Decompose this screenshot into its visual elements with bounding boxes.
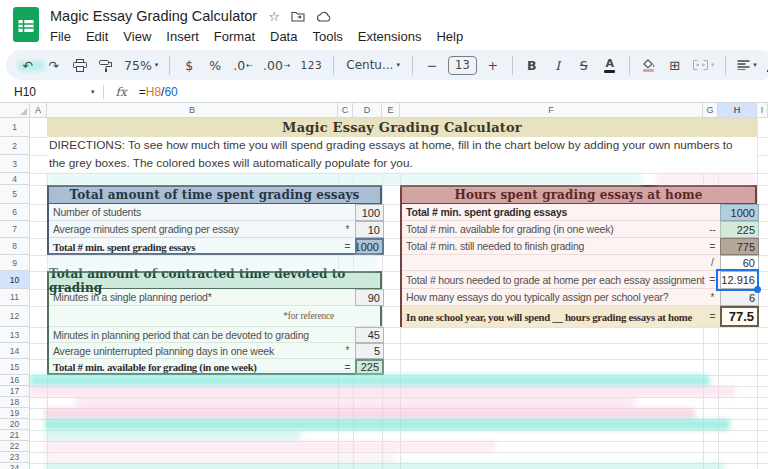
contracted-row-2-operator[interactable] — [340, 327, 355, 343]
row-header-3[interactable]: 3 — [0, 155, 30, 173]
contracted-row-4-label[interactable]: Total # min. available for grading (in o… — [49, 359, 340, 375]
decrease-decimal-button[interactable]: .0← — [229, 54, 257, 76]
row-header-22[interactable]: 22 — [0, 441, 30, 452]
zoom-select[interactable]: 75%▾ — [120, 54, 162, 76]
column-header-G[interactable]: G — [703, 103, 718, 118]
row-header-7[interactable]: 7 — [0, 221, 30, 238]
home-row-2-label[interactable]: Total # min. still needed to finish grad… — [402, 238, 705, 255]
contracted-row-0-value[interactable]: 90 — [355, 289, 384, 306]
row-header-17[interactable]: 17 — [0, 386, 30, 397]
home-row-0-operator[interactable] — [705, 204, 720, 221]
time_spent-row-2-value[interactable]: 1000 — [355, 238, 384, 255]
time_spent-row-1-operator[interactable]: * — [340, 221, 355, 238]
time_spent-row-2-label[interactable]: Total # min. spent grading essays — [49, 238, 340, 255]
menu-data[interactable]: Data — [270, 29, 297, 44]
row-header-5[interactable]: 5 — [0, 185, 30, 204]
contracted-row-4-value[interactable]: 225 — [355, 359, 384, 375]
row-header-8[interactable]: 8 — [0, 238, 30, 255]
undo-button[interactable]: ↶ — [16, 54, 40, 76]
row-header-14[interactable]: 14 — [0, 343, 30, 359]
spreadsheet-grid[interactable]: ABCDEFGHI1234567891011121314151617181920… — [0, 103, 768, 469]
formula-input[interactable]: =H8/60 — [139, 85, 178, 99]
column-header-E[interactable]: E — [382, 103, 400, 118]
row-header-13[interactable]: 13 — [0, 327, 30, 343]
row-header-10[interactable]: 10 — [0, 271, 30, 289]
horizontal-align-button[interactable]: ▾ — [733, 54, 761, 76]
contracted-row-1-operator[interactable] — [340, 306, 355, 327]
row-header-19[interactable]: 19 — [0, 408, 30, 419]
print-button[interactable] — [68, 54, 92, 76]
cloud-status-icon[interactable] — [316, 11, 332, 22]
cell-directions[interactable]: DIRECTIONS: To see how much time you wil… — [47, 137, 757, 173]
increase-font-size-button[interactable]: + — [481, 54, 505, 76]
time_spent-row-1-label[interactable]: Average minutes spent grading per essay — [49, 221, 340, 238]
home-row-1-value[interactable]: 225 — [720, 221, 759, 238]
home-row-5-value[interactable]: 6 — [720, 289, 759, 306]
home-table-header[interactable]: Hours spent grading essays at home — [402, 187, 755, 204]
contracted-row-2-value[interactable]: 45 — [355, 327, 384, 343]
format-percent-button[interactable]: % — [203, 54, 227, 76]
row-header-9[interactable]: 9 — [0, 255, 30, 271]
home-row-0-value[interactable]: 1000 — [720, 204, 759, 221]
contracted-table-header[interactable]: Total amount of contracted time devoted … — [49, 273, 380, 289]
home-row-1-label[interactable]: Total # min. available for grading (in o… — [402, 221, 705, 238]
fill-handle[interactable] — [754, 286, 761, 293]
home-row-6-label[interactable]: In one school year, you will spend __ ho… — [402, 306, 705, 327]
move-to-folder-icon[interactable] — [291, 11, 305, 22]
column-header-C[interactable]: C — [338, 103, 353, 118]
contracted-row-0-operator[interactable] — [340, 289, 355, 306]
borders-button[interactable]: ⊞ — [663, 54, 687, 76]
row-header-20[interactable]: 20 — [0, 419, 30, 430]
column-header-D[interactable]: D — [353, 103, 382, 118]
contracted-row-3-label[interactable]: Average uninterrupted planning days in o… — [49, 343, 340, 359]
decrease-font-size-button[interactable]: − — [420, 54, 444, 76]
row-header-15[interactable]: 15 — [0, 359, 30, 375]
row-header-18[interactable]: 18 — [0, 397, 30, 408]
time_spent-row-2-operator[interactable]: = — [340, 238, 355, 255]
row-header-6[interactable]: 6 — [0, 204, 30, 221]
vertical-align-button[interactable]: ↧ ▾ — [763, 54, 768, 76]
time_spent-row-0-operator[interactable] — [340, 204, 355, 221]
home-row-0-label[interactable]: Total # min. spent grading essays — [402, 204, 705, 221]
redo-button[interactable]: ↷ — [42, 54, 66, 76]
menu-insert[interactable]: Insert — [166, 29, 199, 44]
contracted-row-3-operator[interactable]: * — [340, 343, 355, 359]
menu-help[interactable]: Help — [436, 29, 463, 44]
column-header-A[interactable]: A — [30, 103, 47, 118]
column-header-H[interactable]: H — [718, 103, 757, 118]
contracted-row-1-value[interactable] — [355, 306, 384, 327]
home-row-6-operator[interactable]: = — [705, 306, 720, 327]
home-row-5-label[interactable]: How many essays do you typically assign … — [402, 289, 705, 306]
column-header-I[interactable]: I — [757, 103, 768, 118]
home-row-2-operator[interactable]: = — [705, 238, 720, 255]
select-all-corner[interactable] — [0, 103, 30, 118]
merge-cells-button[interactable]: ▾ — [689, 54, 719, 76]
time_spent-table-header[interactable]: Total amount of time spent grading essay… — [49, 187, 380, 204]
menu-view[interactable]: View — [123, 29, 151, 44]
star-icon[interactable]: ☆ — [268, 9, 280, 24]
column-header-B[interactable]: B — [47, 103, 338, 118]
more-formats-button[interactable]: 123 — [297, 54, 327, 76]
row-header-4[interactable]: 4 — [0, 173, 30, 185]
selected-cell-outline[interactable] — [716, 269, 759, 291]
time_spent-row-0-value[interactable]: 100 — [355, 204, 384, 221]
menu-file[interactable]: File — [50, 29, 71, 44]
font-select[interactable]: Centu...▾ — [341, 54, 405, 76]
row-header-12[interactable]: 12 — [0, 306, 30, 327]
bold-button[interactable]: B — [520, 54, 544, 76]
row-header-24[interactable]: 24 — [0, 463, 30, 469]
contracted-row-4-operator[interactable]: = — [340, 359, 355, 375]
contracted-row-0-label[interactable]: Minutes in a single planning period* — [49, 289, 340, 306]
cell-title-banner[interactable]: Magic Essay Grading Calculator — [47, 118, 757, 137]
row-header-1[interactable]: 1 — [0, 118, 30, 137]
chevron-down-icon[interactable]: ▾ — [91, 88, 95, 96]
contracted-row-2-label[interactable]: Minutes in planning period that can be d… — [49, 327, 340, 343]
time_spent-row-1-value[interactable]: 10 — [355, 221, 384, 238]
menu-format[interactable]: Format — [214, 29, 255, 44]
menu-edit[interactable]: Edit — [86, 29, 108, 44]
contracted-row-3-value[interactable]: 5 — [355, 343, 384, 359]
menu-tools[interactable]: Tools — [312, 29, 342, 44]
format-currency-button[interactable]: $ — [177, 54, 201, 76]
row-header-21[interactable]: 21 — [0, 430, 30, 441]
home-row-6-value[interactable]: 77.5 — [720, 306, 759, 327]
